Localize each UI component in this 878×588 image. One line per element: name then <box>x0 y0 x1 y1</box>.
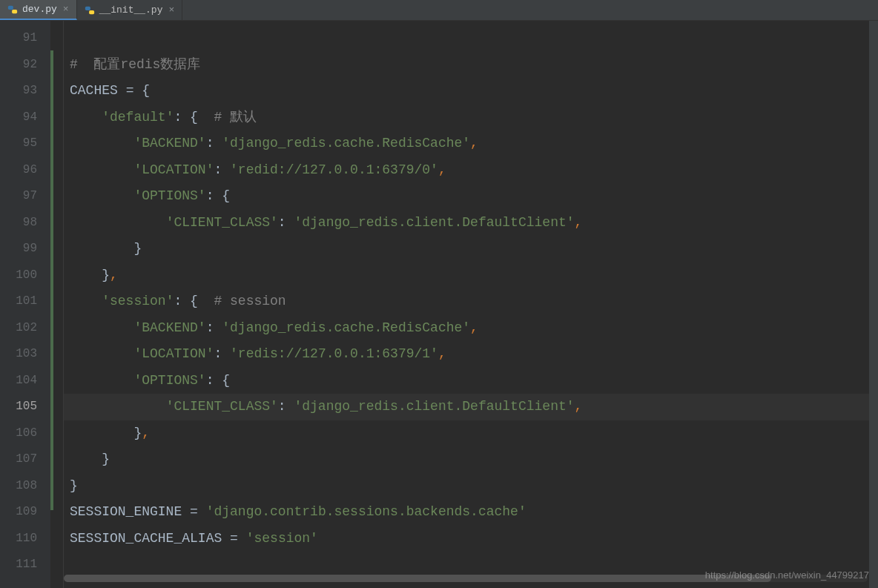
code-line: SESSION_ENGINE = 'django.contrib.session… <box>70 499 869 526</box>
modification-marker <box>50 50 53 510</box>
code-line: } <box>70 236 869 262</box>
code-line: 'session': { # session <box>70 288 869 315</box>
line-number: 103 <box>0 341 50 368</box>
code-line: } <box>70 473 869 500</box>
line-number: 99 <box>0 236 50 262</box>
line-number: 100 <box>0 262 50 289</box>
code-area[interactable]: # 配置redis数据库 CACHES = { 'default': { # 默… <box>64 21 869 588</box>
code-line: }, <box>70 262 869 289</box>
code-line: 'BACKEND': 'django_redis.cache.RedisCach… <box>70 131 869 157</box>
line-number: 108 <box>0 473 50 500</box>
line-number: 111 <box>0 552 50 578</box>
code-line <box>70 25 869 52</box>
close-icon[interactable]: × <box>63 4 69 15</box>
line-number: 98 <box>0 210 50 237</box>
code-line: CACHES = { <box>70 78 869 105</box>
line-number: 101 <box>0 288 50 315</box>
code-line: 'CLIENT_CLASS': 'django_redis.client.Def… <box>70 210 869 237</box>
code-line: SESSION_CACHE_ALIAS = 'session' <box>70 526 869 552</box>
line-number: 96 <box>0 157 50 184</box>
svg-rect-1 <box>12 10 17 13</box>
tab-label: dev.py <box>22 4 57 15</box>
line-number-gutter: 9192939495969798991001011021031041051061… <box>0 21 50 588</box>
code-line: 'default': { # 默认 <box>70 105 869 131</box>
code-line-current: 'CLIENT_CLASS': 'django_redis.client.Def… <box>64 394 869 420</box>
python-icon <box>85 5 95 16</box>
python-icon <box>7 4 18 15</box>
svg-rect-3 <box>89 10 94 14</box>
tab-bar: dev.py × __init__.py × <box>0 0 878 21</box>
code-line: 'OPTIONS': { <box>70 368 869 394</box>
editor: 9192939495969798991001011021031041051061… <box>0 21 878 588</box>
watermark-text: https://blog.csdn.net/weixin_44799217 <box>705 569 869 581</box>
line-number: 104 <box>0 368 50 394</box>
fold-strip <box>50 21 64 588</box>
line-number: 95 <box>0 131 50 157</box>
line-number: 92 <box>0 52 50 79</box>
code-line: 'OPTIONS': { <box>70 183 869 210</box>
line-number: 107 <box>0 446 50 473</box>
line-number: 97 <box>0 183 50 210</box>
code-line: } <box>70 446 869 473</box>
tab-label: __init__.py <box>99 4 163 16</box>
code-line: # 配置redis数据库 <box>70 52 869 79</box>
code-line: 'LOCATION': 'redis://127.0.0.1:6379/1', <box>70 341 869 368</box>
line-number: 106 <box>0 420 50 447</box>
code-line: }, <box>70 420 869 447</box>
line-number: 102 <box>0 315 50 342</box>
scrollbar-thumb[interactable] <box>64 575 771 582</box>
right-margin-strip <box>869 21 878 588</box>
line-number: 94 <box>0 105 50 131</box>
svg-rect-2 <box>85 6 90 10</box>
line-number: 93 <box>0 78 50 105</box>
tab-init-py[interactable]: __init__.py × <box>77 0 183 20</box>
line-number: 105 <box>0 394 50 420</box>
close-icon[interactable]: × <box>168 4 174 16</box>
line-number: 91 <box>0 25 50 52</box>
line-number: 109 <box>0 499 50 526</box>
code-line: 'LOCATION': 'redid://127.0.0.1:6379/0', <box>70 157 869 184</box>
line-number: 110 <box>0 526 50 552</box>
svg-rect-0 <box>8 5 13 9</box>
tab-dev-py[interactable]: dev.py × <box>0 0 77 20</box>
code-line: 'BACKEND': 'django_redis.cache.RedisCach… <box>70 315 869 342</box>
